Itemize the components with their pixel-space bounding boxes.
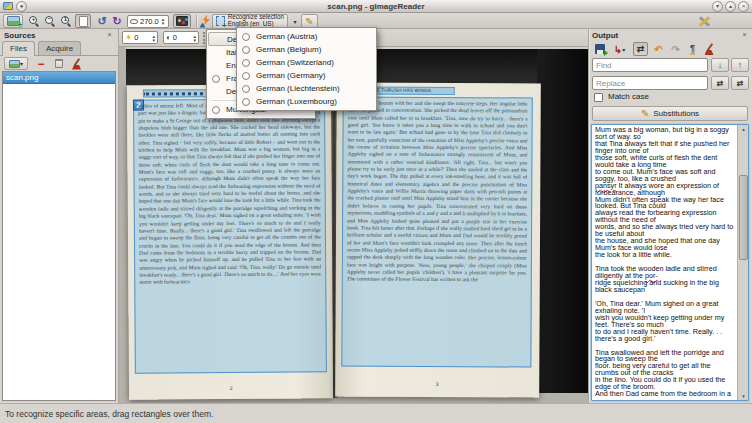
brightness-spinbox[interactable]: ☀ 0 ▴▾ — [122, 31, 158, 44]
clear-output-button[interactable] — [702, 42, 717, 56]
misspelled-word: por- — [645, 271, 658, 280]
rotation-spinbox[interactable]: 270.0 ▴▾ — [127, 15, 169, 28]
contrast-spin-arrows[interactable]: ▴▾ — [193, 34, 196, 42]
edit-pen-icon: ✎ — [305, 16, 313, 27]
recognize-dropdown-button[interactable]: ▾ — [291, 14, 299, 28]
app-window: ● scan.png - gImageReader ▾ ▴ × + + − 1 … — [0, 0, 752, 423]
radio-icon — [242, 46, 250, 54]
controls-drag-handle[interactable] — [203, 32, 205, 44]
add-images-button[interactable]: ▾ — [4, 57, 28, 70]
strip-linebreaks-button[interactable]: ¶ — [685, 42, 700, 56]
rotation-spin-arrows[interactable]: ▴▾ — [162, 17, 165, 25]
recognize-button[interactable] — [199, 14, 213, 28]
settings-tools-icon — [697, 15, 712, 28]
right-page-text: Tina took the broom with her and she swe… — [346, 100, 527, 365]
contrast-value: 0 — [173, 33, 191, 42]
status-bar: To recognize specific areas, drag rectan… — [0, 403, 752, 423]
undo-button[interactable]: ↶ — [651, 42, 666, 56]
submenu-item-german-germany[interactable]: German (Germany) — [238, 69, 375, 82]
match-case-checkbox[interactable] — [594, 93, 603, 102]
output-textarea[interactable]: Mum was a big woman, but big in a soggy … — [591, 124, 749, 401]
insert-mode-icon: ↳ — [614, 44, 622, 55]
image-controls-button[interactable] — [173, 14, 191, 28]
replace-button[interactable]: ⇄ — [711, 76, 729, 90]
save-output-button[interactable] — [592, 42, 607, 56]
toggle-output-pane-button[interactable]: ✎ — [301, 14, 318, 28]
rotation-value: 270.0 — [140, 17, 159, 26]
best-fit-button[interactable] — [75, 14, 91, 28]
save-icon — [595, 44, 605, 54]
arrow-down-icon: ↓ — [718, 60, 723, 70]
submenu-item-german-belgium[interactable]: German (Belgium) — [238, 43, 375, 56]
sources-close-icon[interactable]: × — [105, 30, 114, 39]
status-message: To recognize specific areas, drag rectan… — [5, 409, 213, 419]
find-prev-button[interactable]: ↑ — [731, 58, 749, 72]
tab-files[interactable]: Files — [2, 41, 35, 56]
left-page-header-highlight — [143, 89, 209, 97]
window-title: scan.png - gImageReader — [0, 2, 752, 11]
left-page-number: 2 — [129, 384, 333, 391]
tab-acquire[interactable]: Acquire — [38, 41, 81, 55]
submenu-item-german-switzerland[interactable]: German (Switzerland) — [238, 56, 375, 69]
settings-button[interactable] — [696, 14, 713, 28]
zoom-out-icon: − — [44, 15, 56, 27]
book-left-page: 2 a slice of mirror left. Most of it was… — [127, 84, 333, 399]
image-controls-icon — [176, 16, 188, 26]
ocr-region-right[interactable]: 4 Tina took the broom with her and she s… — [341, 96, 532, 367]
rotate-right-button[interactable]: ↻ — [110, 14, 124, 28]
match-case-label: Match case — [608, 92, 649, 101]
find-input[interactable] — [592, 58, 708, 72]
remove-image-button[interactable]: − — [34, 57, 48, 70]
zoom-in-icon: + — [28, 15, 40, 27]
scroll-up-icon[interactable]: ▴ — [739, 125, 748, 133]
toolbar-separator — [196, 15, 197, 27]
zoom-in-button[interactable]: + — [27, 14, 41, 28]
maximize-icon[interactable]: ▴ — [725, 1, 736, 12]
minimize-icon[interactable]: ▾ — [712, 1, 723, 12]
radio-icon — [242, 33, 250, 41]
scroll-down-icon[interactable]: ▾ — [739, 392, 748, 400]
chevron-down-icon: ▾ — [622, 46, 625, 53]
brightness-spin-arrows[interactable]: ▴▾ — [152, 34, 155, 42]
output-scrollbar[interactable]: ▴ ▾ — [737, 125, 748, 400]
open-image-button[interactable]: + — [3, 14, 23, 28]
close-icon[interactable]: × — [738, 1, 749, 12]
contrast-spinbox[interactable]: ◐ 0 ▴▾ — [163, 31, 199, 44]
arrow-up-icon: ↑ — [738, 60, 743, 70]
find-replace-button[interactable]: ⇄ — [633, 42, 648, 56]
zoom-original-button[interactable]: 1 — [59, 14, 73, 28]
submenu-item-german-austria[interactable]: German (Austria) — [238, 30, 375, 43]
open-image-icon: + — [7, 16, 20, 26]
radio-icon — [212, 75, 220, 83]
right-splitter[interactable] — [588, 29, 589, 403]
submenu-item-german-luxembourg[interactable]: German (Luxembourg) — [238, 95, 375, 108]
substitutions-label: Substitutions — [653, 109, 699, 118]
replace-input[interactable] — [592, 76, 708, 90]
source-file-list[interactable]: scan.png — [2, 71, 116, 401]
replace-all-button[interactable]: ⇄ — [731, 76, 749, 90]
contrast-icon: ◐ — [166, 33, 171, 42]
submenu-item-label: German (Germany) — [256, 71, 371, 80]
minus-icon: − — [37, 59, 44, 69]
zoom-out-button[interactable]: − — [43, 14, 57, 28]
add-image-icon — [9, 60, 20, 68]
ocr-region-left[interactable]: 2 a slice of mirror left. Most of it was… — [133, 98, 327, 373]
radio-icon — [242, 59, 250, 67]
photo-dark-background-right — [537, 49, 589, 393]
file-item-scan-png[interactable]: scan.png — [3, 72, 115, 84]
clear-images-button[interactable] — [70, 57, 84, 70]
brightness-icon: ☀ — [125, 33, 132, 42]
delete-image-button[interactable] — [52, 57, 66, 70]
undo-icon: ↶ — [654, 44, 662, 55]
insert-mode-button[interactable]: ↳ ▾ — [609, 42, 630, 56]
best-fit-icon — [79, 16, 88, 27]
substitutions-button[interactable]: ✎ Substitutions — [592, 106, 748, 121]
submenu-item-german-liechtenstein[interactable]: German (Liechtenstein) — [238, 82, 375, 95]
output-close-icon[interactable]: × — [740, 30, 749, 39]
redo-button[interactable]: ↷ — [668, 42, 683, 56]
find-next-button[interactable]: ↓ — [711, 58, 729, 72]
rotate-left-button[interactable]: ↺ — [95, 14, 109, 28]
radio-icon — [212, 106, 220, 114]
scrollbar-thumb[interactable] — [739, 175, 748, 260]
chevron-down-icon: ▾ — [293, 18, 296, 25]
